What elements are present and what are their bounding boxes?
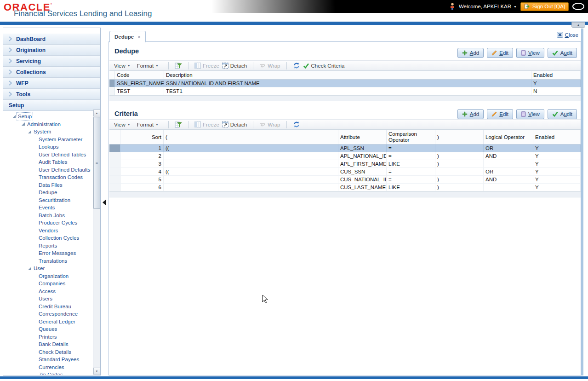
query-by-example-icon[interactable]: [175, 62, 182, 69]
dedupe-format-menu[interactable]: Format▼: [137, 63, 159, 69]
criteria-view-button[interactable]: View: [516, 109, 544, 119]
wrap-label: Wrap: [268, 122, 280, 127]
dedupe-audit-button[interactable]: Audit: [548, 48, 577, 58]
tree-item-users[interactable]: Users: [3, 295, 93, 303]
tree-item-correspondence[interactable]: Correspondence: [3, 310, 93, 318]
tree-item-collection-cycles[interactable]: Collection Cycles: [3, 234, 93, 242]
header-collapse-button[interactable]: ▲: [571, 22, 585, 28]
check-criteria-button[interactable]: Check Criteria: [303, 63, 345, 69]
criteria-row[interactable]: 4((CUS_SSN=ORY: [109, 168, 581, 176]
row-selector[interactable]: [109, 184, 120, 191]
scrollbar-thumb[interactable]: ≡: [93, 117, 100, 209]
main-area: Dedupe × Close Dedupe AddEditViewAudit V…: [108, 29, 581, 375]
dedupe-detach-button[interactable]: Detach: [222, 63, 247, 69]
criteria-row[interactable]: 2APL_NATIONAL_ID=)ANDY: [109, 152, 581, 160]
sidebar-item-tools[interactable]: Tools: [3, 89, 100, 100]
tree-item-access[interactable]: Access: [3, 288, 93, 295]
row-selector[interactable]: [109, 176, 120, 183]
criteria-edit-button[interactable]: Edit: [487, 109, 513, 119]
tree-item-data-files[interactable]: Data Files: [3, 181, 93, 189]
criteria-view-menu[interactable]: View▼: [114, 122, 131, 127]
dedupe-edit-button[interactable]: Edit: [487, 48, 513, 58]
tree-item-setup[interactable]: Setup: [3, 113, 93, 121]
tree-item-label: Transaction Codes: [39, 173, 83, 181]
row-selector[interactable]: [109, 160, 120, 167]
sidebar-item-dashboard[interactable]: DashBoard: [3, 34, 100, 45]
tab-close-icon[interactable]: ×: [137, 34, 140, 40]
sidebar-item-origination[interactable]: Origination: [3, 45, 100, 56]
criteria-format-menu[interactable]: Format▼: [137, 122, 159, 127]
tree-item-companies[interactable]: Companies: [3, 280, 93, 288]
tree-item-audit-tables[interactable]: Audit Tables: [3, 158, 93, 166]
dedupe-row[interactable]: TESTTEST1N: [109, 87, 581, 95]
sign-out-button[interactable]: Sign Out [QA]: [520, 2, 569, 11]
tree-item-system-parameter[interactable]: System Parameter: [3, 136, 93, 144]
tree-item-system[interactable]: System: [3, 128, 93, 136]
tree-item-general-ledger[interactable]: General Ledger: [3, 318, 93, 326]
criteria-row[interactable]: 3APL_FIRST_NAMELIKE)Y: [109, 160, 581, 168]
tree-item-zip-codes[interactable]: Zip Codes: [3, 371, 93, 375]
dedupe-view-menu[interactable]: View▼: [114, 63, 131, 69]
tree-item-producer-cycles[interactable]: Producer Cycles: [3, 219, 93, 227]
tree-item-administration[interactable]: Administration: [3, 121, 93, 128]
cell-close-paren: ): [435, 152, 484, 160]
tree-item-dedupe[interactable]: Dedupe: [3, 189, 93, 196]
close-button[interactable]: Close: [557, 32, 578, 38]
scroll-down-button[interactable]: ▼: [93, 368, 100, 375]
tree-item-standard-payees[interactable]: Standard Payees: [3, 356, 93, 364]
tree-item-user-defined-tables[interactable]: User Defined Tables: [3, 151, 93, 159]
row-selector[interactable]: [109, 168, 120, 175]
tree-item-credit-bureau[interactable]: Credit Bureau: [3, 303, 93, 311]
criteria-refresh-icon[interactable]: [293, 121, 300, 128]
dedupe-view-button[interactable]: View: [516, 48, 544, 58]
tree-expanded-icon[interactable]: [28, 266, 32, 271]
query-by-example-icon[interactable]: [175, 121, 182, 128]
scroll-up-button[interactable]: ▲: [93, 110, 100, 116]
sidebar-item-servicing[interactable]: Servicing: [3, 56, 100, 67]
criteria-detach-button[interactable]: Detach: [222, 121, 247, 127]
tree-item-user[interactable]: User: [3, 265, 93, 272]
tree-item-user-defined-defaults[interactable]: User Defined Defaults: [3, 166, 93, 174]
main-scroll-strip[interactable]: [581, 29, 583, 375]
sidebar-collapse-arrow[interactable]: [103, 200, 106, 205]
row-selector[interactable]: [109, 80, 115, 87]
dedupe-refresh-icon[interactable]: [293, 62, 300, 69]
tree-expanded-icon[interactable]: [21, 122, 25, 126]
tree-item-error-messages[interactable]: Error Messages: [3, 249, 93, 257]
tree-item-queues[interactable]: Queues: [3, 325, 93, 333]
tree-item-events[interactable]: Events: [3, 204, 93, 212]
tab-dedupe[interactable]: Dedupe ×: [109, 31, 146, 42]
criteria-row[interactable]: 5CUS_NATIONAL_ID=)ANDY: [109, 176, 581, 184]
tree-scrollbar[interactable]: ▲ ≡ ▼: [93, 110, 100, 375]
tree-item-bank-details[interactable]: Bank Details: [3, 341, 93, 348]
tree-item-vendors[interactable]: Vendors: [3, 227, 93, 235]
tree-item-batch-jobs[interactable]: Batch Jobs: [3, 212, 93, 219]
sidebar-item-wfp[interactable]: WFP: [3, 78, 100, 89]
criteria-add-button[interactable]: Add: [457, 109, 484, 119]
welcome-user-menu[interactable]: Welcome, APKELKAR ▼: [459, 4, 517, 9]
tree-item-check-details[interactable]: Check Details: [3, 348, 93, 356]
cell-open-paren: [164, 152, 338, 160]
column-header-comparison-operator: Comparison Operator: [387, 130, 435, 144]
tree-item-securitization[interactable]: Securitization: [3, 196, 93, 204]
row-selector[interactable]: [109, 144, 120, 152]
dedupe-row[interactable]: SSN_FIRST_NAMESSN / NATIONAL ID AND FIRS…: [109, 80, 581, 87]
tree-item-currencies[interactable]: Currencies: [3, 364, 93, 371]
row-selector[interactable]: [109, 87, 115, 95]
tree-item-printers[interactable]: Printers: [3, 333, 93, 341]
tree-item-organization[interactable]: Organization: [3, 272, 93, 280]
criteria-row[interactable]: 1((APL_SSN=ORY: [109, 144, 581, 152]
dedupe-add-button[interactable]: Add: [457, 48, 484, 58]
tree-item-transaction-codes[interactable]: Transaction Codes: [3, 173, 93, 181]
tree-item-reports[interactable]: Reports: [3, 242, 93, 250]
tree-expanded-icon[interactable]: [28, 130, 32, 134]
sidebar-item-collections[interactable]: Collections: [3, 67, 100, 78]
cell-attribute: CUS_SSN: [338, 168, 387, 175]
tree-expanded-icon[interactable]: [12, 115, 16, 119]
criteria-audit-button[interactable]: Audit: [548, 109, 577, 119]
row-selector[interactable]: [109, 152, 120, 160]
tree-item-translations[interactable]: Translations: [3, 257, 93, 265]
tree-item-lookups[interactable]: Lookups: [3, 143, 93, 151]
sidebar-accordion: DashBoardOriginationServicingCollections…: [3, 34, 100, 111]
criteria-row[interactable]: 6CUS_LAST_NAMELIKE)Y: [109, 184, 581, 191]
